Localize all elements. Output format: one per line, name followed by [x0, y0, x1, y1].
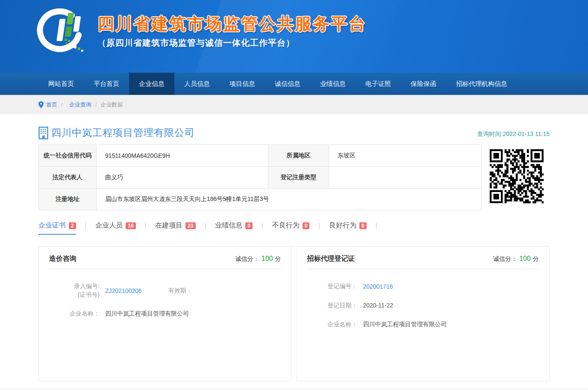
tab-separator: | — [376, 221, 377, 229]
field-row: 登记日期： 2020-11-22 — [307, 301, 539, 310]
field-row: 企业名称： 四川中岚工程项目管理有限公司 — [49, 310, 281, 318]
tab-label: 企业人员 — [95, 221, 123, 230]
nav-item-e-certificate[interactable]: 电子证照 — [356, 73, 401, 95]
nav-item-insurance-guarantee[interactable]: 保险保函 — [401, 73, 446, 95]
credit-score-value: 100 — [262, 255, 273, 262]
registration-number-link[interactable]: 202001716 — [363, 283, 393, 290]
credit-score-unit: 分 — [533, 255, 539, 262]
page: 四川省建筑市场监管公共服务平台 （原四川省建筑市场监管与诚信一体化工作平台） 网… — [0, 0, 588, 390]
tab-label: 在建项目 — [155, 221, 182, 230]
tab-enterprise-personnel[interactable]: 企业人员 16 — [95, 221, 135, 235]
credit-score-label: 诚信分： — [235, 255, 259, 262]
field-row: 登记编号： 202001716 — [307, 282, 539, 291]
registration-type-label: 登记注册类型 — [268, 167, 329, 189]
region-label: 所属地区 — [268, 145, 329, 167]
field-row: 企业名称： 四川中岚工程项目管理有限公司 — [307, 320, 539, 329]
location-pin-icon — [38, 101, 44, 108]
card-title: 造价咨询 — [49, 254, 76, 263]
registration-number-label: 登记编号： — [307, 282, 358, 291]
tab-performance-info[interactable]: 业绩信息 0 — [215, 221, 253, 235]
tab-projects-under-construction[interactable]: 在建项目 23 — [155, 221, 195, 235]
detail-tabs: 企业证书 2 | 企业人员 16 | 在建项目 23 | 业绩信息 0 | 不良… — [38, 221, 550, 235]
breadcrumb-separator: / — [95, 101, 97, 108]
breadcrumb-enterprise-query-link[interactable]: 企业查询 — [69, 101, 91, 109]
tab-label: 良好行为 — [329, 221, 356, 230]
tab-separator: | — [145, 221, 147, 229]
credit-score-label: 诚信分： — [493, 255, 517, 262]
cost-consulting-card: 造价咨询 诚信分：100分 录入编号: (证书号) ZJ202100206 有效… — [38, 246, 292, 381]
credit-score-value: 100 — [519, 255, 531, 262]
bidding-agency-registration-card: 招标代理登记证 诚信分：100分 登记编号： 202001716 登记日期： 2… — [297, 246, 550, 381]
company-name: 四川中岚工程项目管理有限公司 — [51, 126, 195, 139]
entry-number-label: 录入编号: (证书号) — [49, 282, 100, 299]
count-badge: 16 — [126, 222, 135, 229]
breadcrumb-home-link[interactable]: 首页 — [46, 101, 57, 109]
legal-representative-label: 法定代表人 — [39, 167, 97, 189]
tab-bad-behavior[interactable]: 不良行为 0 — [272, 221, 310, 235]
nav-item-credit-info[interactable]: 诚信信息 — [265, 73, 310, 95]
tab-label: 业绩信息 — [215, 221, 242, 230]
certificate-cards: 造价咨询 诚信分：100分 录入编号: (证书号) ZJ202100206 有效… — [38, 246, 550, 381]
main-navbar: 网站首页 平台首页 企业信息 人员信息 项目信息 诚信信息 业绩信息 电子证照 … — [0, 73, 588, 95]
count-badge: 23 — [185, 222, 195, 229]
registration-type-value — [329, 167, 482, 189]
count-badge: 2 — [69, 222, 76, 229]
query-time: 查询时间:2022-01-13 11:15 — [477, 130, 550, 139]
tab-separator: | — [262, 221, 263, 229]
enterprise-name-label: 企业名称： — [49, 310, 100, 318]
nav-item-enterprise-info[interactable]: 企业信息 — [129, 73, 174, 95]
registration-date-label: 登记日期： — [307, 301, 358, 310]
breadcrumb-current: 企业数据 — [100, 101, 123, 109]
breadcrumb-bar: 首页 / 企业查询 / 企业数据 — [0, 95, 588, 114]
nav-item-platform-home[interactable]: 平台首页 — [84, 73, 129, 95]
count-badge: 0 — [303, 222, 310, 229]
legal-representative-value: 曲义巧 — [97, 167, 268, 189]
count-badge: 0 — [359, 222, 367, 229]
company-title: 四川中岚工程项目管理有限公司 — [38, 126, 195, 139]
credit-score-unit: 分 — [275, 255, 281, 262]
site-title: 四川省建筑市场监管公共服务平台 — [97, 15, 367, 34]
company-header-row: 四川中岚工程项目管理有限公司 查询时间:2022-01-13 11:15 — [38, 126, 550, 139]
breadcrumb-separator: / — [61, 101, 63, 108]
tab-label: 企业证书 — [38, 221, 66, 230]
site-logo-icon — [36, 5, 88, 58]
registered-address-label: 注册地址 — [39, 189, 97, 210]
card-title: 招标代理登记证 — [307, 254, 355, 263]
breadcrumb: 首页 / 企业查询 / 企业数据 — [38, 95, 550, 114]
site-header: 四川省建筑市场监管公共服务平台 （原四川省建筑市场监管与诚信一体化工作平台） — [0, 0, 588, 73]
nav-item-personnel-info[interactable]: 人员信息 — [174, 73, 220, 95]
company-info-table: 统一社会信用代码 91511400MA6420GE9H 所属地区 东坡区 法定代… — [38, 145, 482, 210]
registered-address-value: 眉山市东坡区眉州大道东三段天天向上186号5幢1单元11层3号 — [97, 189, 482, 210]
site-subtitle: （原四川省建筑市场监管与诚信一体化工作平台） — [97, 37, 367, 49]
enterprise-name-value: 四川中岚工程项目管理有限公司 — [105, 310, 189, 318]
table-row: 统一社会信用代码 91511400MA6420GE9H 所属地区 东坡区 — [39, 145, 482, 167]
nav-item-home[interactable]: 网站首页 — [38, 73, 84, 95]
region-value: 东坡区 — [329, 145, 482, 167]
table-row: 法定代表人 曲义巧 登记注册类型 — [39, 167, 482, 189]
qr-code — [488, 147, 546, 205]
table-row: 注册地址 眉山市东坡区眉州大道东三段天天向上186号5幢1单元11层3号 — [39, 189, 482, 210]
tab-separator: | — [85, 221, 87, 229]
registration-date-value: 2020-11-22 — [363, 302, 394, 309]
count-badge: 0 — [245, 222, 253, 229]
field-row: 录入编号: (证书号) ZJ202100206 有效期： — [49, 282, 281, 299]
validity-label: 有效期： — [168, 287, 192, 295]
nav-item-project-info[interactable]: 项目信息 — [220, 73, 265, 95]
company-info-section: 统一社会信用代码 91511400MA6420GE9H 所属地区 东坡区 法定代… — [38, 145, 550, 210]
credit-code-label: 统一社会信用代码 — [39, 145, 97, 167]
nav-item-performance-info[interactable]: 业绩信息 — [310, 73, 356, 95]
credit-code-value: 91511400MA6420GE9H — [97, 145, 268, 167]
tab-good-behavior[interactable]: 良好行为 0 — [329, 221, 367, 235]
nav-item-bidding-agency-info[interactable]: 招标代理机构信息 — [446, 73, 517, 95]
tab-separator: | — [318, 221, 320, 229]
building-icon — [38, 127, 49, 139]
tab-label: 不良行为 — [272, 221, 300, 230]
tab-enterprise-certificates[interactable]: 企业证书 2 — [38, 221, 76, 235]
tab-separator: | — [205, 221, 206, 229]
certificate-number-link[interactable]: ZJ202100206 — [105, 287, 142, 294]
enterprise-name-label: 企业名称： — [307, 320, 358, 329]
credit-score: 诚信分：100分 — [493, 255, 539, 263]
credit-score: 诚信分：100分 — [235, 255, 281, 263]
enterprise-name-value: 四川中岚工程项目管理有限公司 — [363, 321, 447, 328]
